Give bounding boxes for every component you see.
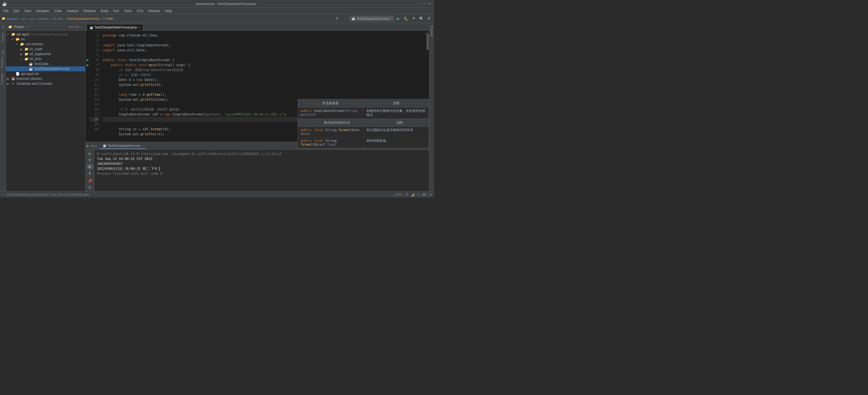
scrollbar-thumb[interactable] [427,33,429,50]
gutter-16 [86,107,90,112]
gutter-4 [86,48,90,53]
gutter-1 [86,33,90,38]
power-indicator: ⚙ [429,193,432,196]
panel-settings-button[interactable]: ⚙ [75,25,79,29]
popup-cell-code-1: public SimpleDateFormat(String pattern) [298,108,364,118]
tree-item-test1date[interactable]: ▶ ☕ Test1Date [6,61,85,66]
tree-item-d3-time[interactable]: ▾ 📁 d3_time [6,57,85,61]
popup-documentation: 常见构造器 说明 public SimpleDateFormat(String … [298,99,429,148]
menu-analyze[interactable]: Analyze [65,8,81,13]
breadcrumb: 📁 api-app2 › src › com › itheima › d3_ti… [2,17,113,20]
breadcrumb-class[interactable]: Test2SimpleDateFormat [67,17,99,20]
gutter-6[interactable]: ▶ [86,58,90,62]
database-label[interactable]: Database [429,23,434,39]
structure-label[interactable]: Structure [0,55,4,71]
editor-tab-sdf[interactable]: ☕ Test2SimpleDateFormat.java ✕ [87,24,143,30]
tree-item-com-itheima[interactable]: ▾ 📁 com.itheima [6,42,85,47]
gutter-3 [86,43,90,48]
menu-code[interactable]: Code [52,8,64,13]
popup-col1-header: 常见构造器 [298,99,364,108]
gutter-7[interactable]: ▶ [86,62,90,67]
breadcrumb-src[interactable]: src [22,17,26,20]
right-sidebar: Database [429,23,434,191]
popup-cell-desc-1: 创建简单日期格式化对象，并封装时间的格式 [364,108,429,118]
menu-view[interactable]: View [22,8,33,13]
menu-help[interactable]: Help [163,8,174,13]
close-run-button[interactable]: ✕ [87,185,93,190]
menu-edit[interactable]: Edit [11,8,21,13]
stop-scroll-button[interactable]: ⬆ [87,158,93,163]
tab-java-icon: ☕ [90,26,93,29]
breadcrumb-d3time[interactable]: d3_time [52,17,63,20]
hide-panel-button[interactable]: — [80,25,83,29]
popup-cell-desc-2: 将日期格式化成日期/时间字符串 [364,127,429,137]
run-icon[interactable]: ▶ [87,144,89,148]
popup-cell-code-2: public final String format(Date date) [298,127,364,137]
menu-file[interactable]: File [1,8,11,13]
editor-tabs: ☕ Test2SimpleDateFormat.java ✕ [86,23,429,31]
tree-item-external-libs[interactable]: ▶ 📚 External Libraries [6,76,85,81]
stop-button[interactable]: ⏹ [87,164,93,170]
menu-vcs[interactable]: VCS [134,8,146,13]
cursor [159,167,160,171]
breadcrumb-method[interactable]: ⬡ main [103,17,113,20]
collapse-all-button[interactable]: ≡ [72,25,74,29]
status-right: 13:47 英 🌙 ⎘ ⌨ ⚙ [395,193,432,197]
run-tab-sdf[interactable]: ☕ Test2SimpleDateFormat ✕ [100,143,146,149]
gutter-15 [86,102,90,107]
breadcrumb-itheima[interactable]: itheima [39,17,49,20]
collapse-panel-button[interactable]: ❮ [1,24,5,29]
tree-item-d2-bigdecimal[interactable]: ▶ 📁 d2_bigdecimal [6,52,85,57]
pin-tab-button[interactable]: 📌 [87,178,93,184]
menu-navigate[interactable]: Navigate [34,8,51,13]
close-button[interactable]: ✕ [428,2,432,6]
scroll-down-button[interactable]: ⬇ [87,170,93,176]
maximize-button[interactable]: □ [423,2,426,6]
run-output-1: Tue Sep 13 16:09:25 CST 2022 [97,157,426,161]
tree-item-api-app2[interactable]: ▾ 📁 api-app2 D:\code\javasepromax\api-ap… [6,32,85,37]
window-title: javasepromax - Test2SimpleDateFormat.jav… [35,2,417,5]
breadcrumb-project[interactable]: api-app2 [6,17,18,20]
menu-build[interactable]: Build [99,8,111,13]
lf-indicator: 🌙 [411,193,414,196]
run-tab-close[interactable]: ✕ [141,144,143,147]
panel-title: Project [14,25,24,29]
run-output: D:\soft\Java\jdk-17.0.1\bin\java.exe -ja… [94,150,429,191]
tree-item-test2-sdf[interactable]: ▶ ☕ Test2SimpleDateFormat [6,66,85,71]
tree-item-iml[interactable]: ▶ 📄 api-app2.iml [6,71,85,76]
run-output-2: 1663056565857 [97,161,426,166]
tab-close-button[interactable]: ✕ [138,26,140,29]
line-col-indicator: 13:47 [395,193,402,196]
breadcrumb-com[interactable]: com [30,17,35,20]
settings-button[interactable]: ⚙ [426,16,432,22]
favorites-label[interactable]: Favorites [0,71,4,86]
locate-button[interactable]: ⊕ [69,25,71,29]
menu-tools[interactable]: Tools [122,8,134,13]
search-button[interactable]: 🔍 [418,16,425,22]
run-command-line: D:\soft\Java\jdk-17.0.1\bin\java.exe -ja… [97,151,426,157]
gutter-13 [86,92,90,97]
title-bar: ☕ javasepromax - Test2SimpleDateFormat.j… [0,0,434,8]
rerun-button[interactable]: ▶ [87,151,93,157]
menu-run[interactable]: Run [111,8,121,13]
vcs-push-button[interactable]: ↑ [341,16,348,22]
encoding-indicator[interactable]: 英 [405,193,408,197]
tree-item-src[interactable]: ▾ 📂 src [6,37,85,42]
popup-col2-header: 说明 [364,99,429,108]
minimize-button[interactable]: ─ [417,2,421,6]
gutter-18 [86,117,90,122]
tree-item-d1-math[interactable]: ▶ 📁 d1_math [6,47,85,52]
tree-item-scratches[interactable]: ▶ ✏ Scratches and Consoles [6,81,85,86]
project-label[interactable]: Project [1,32,5,43]
line-numbers: 1 2 3 4 5 6 7 8 9 10 11 12 13 14 15 16 1… [90,31,100,142]
coverage-button[interactable]: ☂ [410,16,417,22]
menu-window[interactable]: Window [146,8,162,13]
gutter-10 [86,77,90,82]
menu-refactor[interactable]: Refactor [82,8,98,13]
debug-button[interactable]: 🐛 [403,16,409,22]
run-config-selector[interactable]: ☕ Test2SimpleDateFormat ▾ [349,16,394,21]
status-check-icon: ✓ [2,193,5,196]
run-button[interactable]: ▶ [395,16,402,22]
status-message: Build completed successfully in 1 sec, 8… [7,193,89,196]
vcs-update-button[interactable]: ⟳ [334,16,340,22]
